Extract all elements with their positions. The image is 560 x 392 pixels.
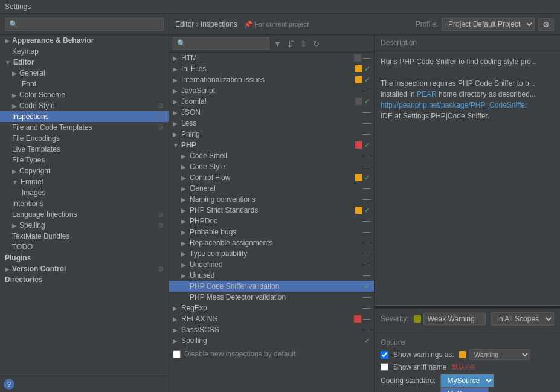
arrow-icon: ▶ [181, 175, 187, 181]
check-icon: — [363, 304, 370, 312]
profile-dropdown[interactable]: Project Default Project [442, 18, 535, 31]
insp-item-general2[interactable]: ▶ General — [169, 183, 374, 194]
scope-dropdown[interactable]: In All Scopes [491, 312, 554, 326]
insp-item-codesmell[interactable]: ▶ Code Smell — [169, 150, 374, 161]
sidebar-item-directories[interactable]: Directories [0, 274, 169, 285]
profile-gear-button[interactable]: ⚙ [538, 18, 554, 31]
insp-item-codestyle2[interactable]: ▶ Code Style — [169, 161, 374, 172]
show-warnings-checkbox[interactable] [381, 351, 388, 359]
disable-new-inspections-checkbox[interactable] [173, 350, 181, 358]
color-box [355, 65, 362, 72]
warning-value-dropdown[interactable]: Warning Error Weak Warning Info [469, 349, 530, 360]
sidebar-label-filetypes: File Types [12, 156, 164, 164]
insp-label-html: HTML [181, 54, 354, 62]
coding-std-dropdown-wrap: MySource MySource PEAR PSR1 PSR2 Squiz Z… [440, 374, 494, 387]
sidebar-item-filecodetemplates[interactable]: File and Code Templates ⚙ [0, 122, 169, 133]
expand-all-icon[interactable]: ⇵ [286, 38, 296, 50]
sidebar-label-filecodetemplates: File and Code Templates [12, 123, 155, 132]
show-sniff-checkbox[interactable] [381, 363, 388, 371]
sidebar-item-todo[interactable]: TODO [0, 242, 169, 252]
sidebar-item-colorscheme[interactable]: ▶ Color Scheme [0, 89, 169, 100]
insp-item-json[interactable]: ▶ JSON — [169, 107, 374, 118]
insp-item-replassign[interactable]: ▶ Replaceable assignments — [169, 237, 374, 248]
sidebar-item-filetypes[interactable]: File Types [0, 155, 169, 165]
insp-item-joomla[interactable]: ▶ Joomla! ✓ [169, 96, 374, 107]
check-icon: ✓ [364, 97, 370, 106]
insp-label-regexp: RegExp [181, 304, 354, 312]
profile-label: Profile: [416, 20, 438, 28]
sidebar-item-textmatebundles[interactable]: TextMate Bundles [0, 231, 169, 242]
sidebar-item-fileencodings[interactable]: File Encodings [0, 133, 169, 144]
coding-standard-dropdown[interactable]: MySource [440, 374, 494, 387]
insp-item-undefined[interactable]: ▶ Undefined — [169, 259, 374, 270]
arrow-icon: ▶ [5, 37, 10, 44]
arrow-icon: ▶ [173, 338, 179, 344]
sidebar-item-font[interactable]: Font [0, 79, 169, 89]
sidebar-label-textmatebundles: TextMate Bundles [12, 232, 164, 240]
gear-icon: ⚙ [158, 265, 164, 273]
sidebar-label-plugins: Plugins [5, 254, 164, 262]
sidebar-search-input[interactable] [5, 18, 164, 31]
collapse-all-icon[interactable]: ⇳ [298, 38, 309, 50]
sidebar-item-copyright[interactable]: ▶ Copyright [0, 165, 169, 176]
sidebar-item-codestyle[interactable]: ▶ Code Style ⚙ [0, 100, 169, 111]
sidebar-label-spelling: Spelling [19, 221, 155, 230]
sidebar-item-langinjections[interactable]: Language Injections ⚙ [0, 209, 169, 220]
dropdown-item-mysource[interactable]: MySource [441, 388, 488, 392]
check-icon: — [363, 162, 370, 171]
filter-icon[interactable]: ▼ [272, 38, 283, 50]
insp-item-controlflow[interactable]: ▶ Control Flow ✓ [169, 172, 374, 183]
sidebar-item-plugins[interactable]: Plugins [0, 252, 169, 263]
insp-item-typecompat[interactable]: ▶ Type compatibility — [169, 248, 374, 259]
insp-item-probablebugs[interactable]: ▶ Probable bugs — [169, 227, 374, 237]
insp-item-javascript[interactable]: ▶ JavaScript — [169, 85, 374, 96]
insp-item-phing[interactable]: ▶ Phing — [169, 129, 374, 140]
insp-label-joomla: Joomla! [181, 97, 355, 106]
color-box [354, 87, 361, 94]
sidebar-search-box [0, 14, 169, 35]
insp-item-phpMessDetector[interactable]: ▶ PHP Mess Detector validation — [169, 292, 374, 303]
insp-item-i18n[interactable]: ▶ Internationalization issues ✓ [169, 74, 374, 85]
insp-item-html[interactable]: ▶ HTML — [169, 53, 374, 63]
arrow-icon: ▶ [181, 164, 187, 170]
sync-icon[interactable]: ↻ [311, 38, 321, 50]
insp-item-sassscss[interactable]: ▶ Sass/SCSS — [169, 324, 374, 335]
sidebar-item-keymap[interactable]: Keymap [0, 46, 169, 57]
desc-line3: installed in PEAR home directory as desc… [381, 89, 554, 100]
color-box [355, 174, 362, 181]
sidebar-item-livetemplates[interactable]: Live Templates [0, 144, 169, 155]
insp-item-unused[interactable]: ▶ Unused — [169, 270, 374, 281]
sidebar-item-general[interactable]: ▶ General [0, 68, 169, 79]
color-box [354, 109, 361, 116]
inspection-search-input[interactable] [173, 37, 269, 50]
insp-item-inifiles[interactable]: ▶ Ini Files ✓ [169, 63, 374, 74]
options-label: Options [381, 338, 554, 347]
sidebar-item-inspections[interactable]: Inspections ⚙ [0, 111, 169, 122]
insp-item-phpcodesniffer[interactable]: ▶ PHP Code Sniffer validation ✓ [169, 281, 374, 292]
insp-item-php[interactable]: ▼ PHP ✓ [169, 140, 374, 150]
insp-item-relaxng[interactable]: ▶ RELAX NG — [169, 313, 374, 324]
cn-annotation: 默认√点 [452, 362, 475, 371]
url-link[interactable]: http://pear.php.net/package/PHP_CodeSnif… [381, 101, 527, 109]
sidebar-item-emmet[interactable]: ▼ Emmet [0, 176, 169, 187]
color-box [354, 272, 361, 279]
insp-label-phpMessDetector: PHP Mess Detector validation [190, 293, 354, 301]
insp-item-phpstrict[interactable]: ▶ PHP Strict Standards ✓ [169, 205, 374, 216]
pear-link[interactable]: PEAR [417, 90, 437, 98]
help-icon[interactable]: ? [4, 379, 14, 390]
sidebar-item-intentions[interactable]: Intentions [0, 198, 169, 209]
sidebar-item-editor[interactable]: ▼ Editor [0, 57, 169, 68]
insp-item-regexp[interactable]: ▶ RegExp — [169, 303, 374, 313]
sidebar-item-appearance[interactable]: ▶ Appearance & Behavior [0, 35, 169, 46]
severity-dropdown[interactable]: Weak Warning Error Warning Info [423, 313, 486, 325]
insp-item-spelling2[interactable]: ▶ Spelling ✓ [169, 335, 374, 346]
arrow-icon: ▶ [173, 305, 179, 312]
sidebar-item-versioncontrol[interactable]: ▶ Version Control ⚙ [0, 263, 169, 274]
insp-item-namingconv[interactable]: ▶ Naming conventions — [169, 194, 374, 205]
color-box [354, 120, 361, 127]
sidebar-label-emmet: Emmet [21, 178, 164, 186]
insp-item-phpdoc[interactable]: ▶ PHPDoc — [169, 216, 374, 227]
insp-item-less[interactable]: ▶ Less — [169, 118, 374, 129]
sidebar-item-images[interactable]: Images [0, 187, 169, 198]
sidebar-item-spelling[interactable]: ▶ Spelling ⚙ [0, 220, 169, 231]
